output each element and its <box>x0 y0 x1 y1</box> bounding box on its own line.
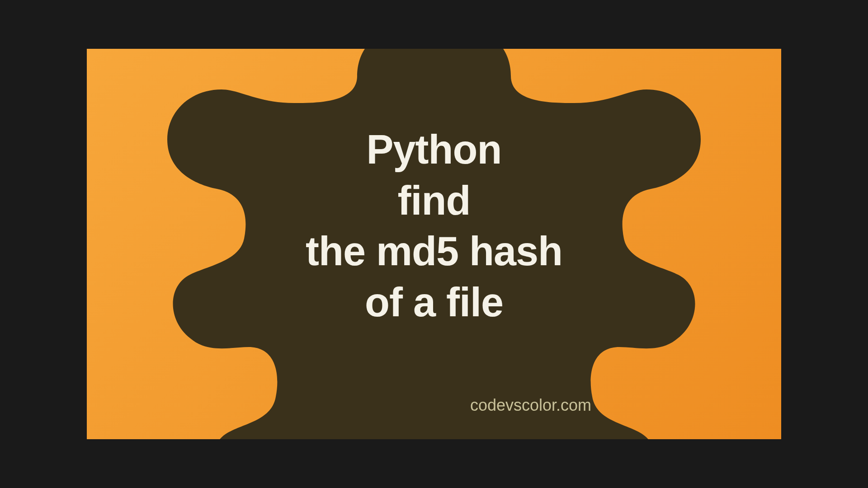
title-line-2: find <box>306 175 562 226</box>
title-block: Python find the md5 hash of a file <box>306 124 562 328</box>
title-line-3: the md5 hash <box>306 226 562 277</box>
content-area: Python find the md5 hash of a file <box>87 49 781 439</box>
title-line-4: of a file <box>306 277 562 328</box>
title-line-1: Python <box>306 124 562 175</box>
hero-banner: Python find the md5 hash of a file codev… <box>87 49 781 439</box>
watermark: codevscolor.com <box>470 396 591 415</box>
